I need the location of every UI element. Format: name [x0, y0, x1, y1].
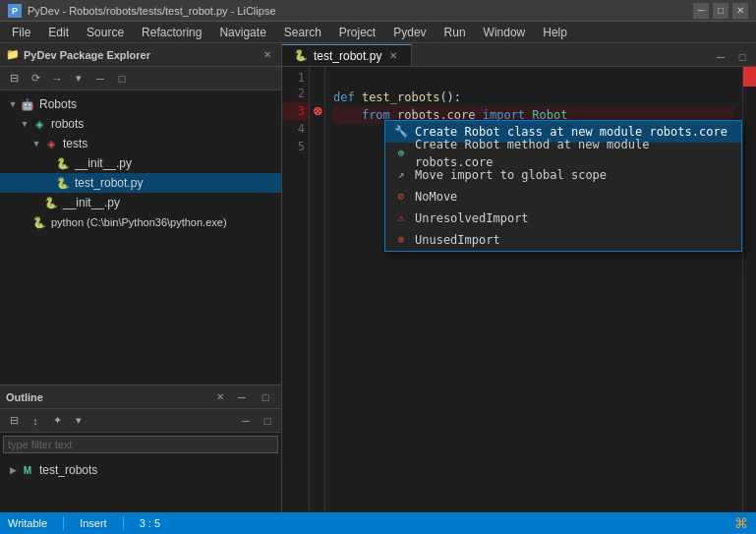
- marker-spacer2: [310, 85, 324, 102]
- marker-spacer: [310, 67, 324, 85]
- package-icon: ◈: [43, 136, 59, 151]
- outline-min-btn[interactable]: ─: [236, 412, 256, 430]
- quickfix-item-nomove[interactable]: ⊘ NoMove: [385, 186, 741, 208]
- outline-filter-input[interactable]: [3, 436, 278, 453]
- expand-arrow: [43, 178, 53, 188]
- outline-panel: Outline ✕ ─ □ ⊟ ↕ ✦ ▾ ─ □ ▶ M test_robot…: [0, 385, 281, 512]
- editor-content[interactable]: 1 2 3 4 5 ⊗ def test_robots():: [282, 67, 756, 512]
- tree-item-init2[interactable]: 🐍 __init__.py: [0, 193, 281, 212]
- error-marker-line3: ⊗: [310, 102, 324, 120]
- editor-minimize-button[interactable]: ─: [711, 48, 730, 66]
- editor-tabs: 🐍 test_robot.py ✕ ─ □: [282, 43, 756, 67]
- python-file-icon: 🐍: [55, 175, 71, 191]
- error-markers: ⊗: [310, 67, 325, 512]
- sync-button[interactable]: ⟳: [26, 70, 45, 88]
- menu-refactoring[interactable]: Refactoring: [134, 22, 209, 43]
- quickfix-icon-nomove: ⊘: [393, 189, 409, 205]
- outline-tool1[interactable]: ⊟: [4, 412, 24, 430]
- outline-toolbar: ⊟ ↕ ✦ ▾ ─ □: [0, 409, 281, 433]
- tab-icon: 🐍: [294, 49, 308, 62]
- python-file-icon: 🐍: [55, 155, 71, 171]
- window-controls: ─ □ ✕: [693, 3, 748, 19]
- python-icon: 🐍: [31, 214, 47, 230]
- menu-navigate[interactable]: Navigate: [211, 22, 273, 43]
- quickfix-label: Move import to global scope: [415, 166, 607, 184]
- keyword-def: def: [333, 89, 362, 106]
- window-title: PyDev - Robots/robots/tests/test_robot.p…: [28, 5, 276, 17]
- quickfix-item-unresolved[interactable]: ⚠ UnresolvedImport: [385, 208, 741, 229]
- outline-close-icon[interactable]: ✕: [212, 389, 228, 405]
- menu-pydev[interactable]: Pydev: [385, 22, 434, 43]
- app-icon: P: [8, 4, 22, 18]
- line-num-5: 5: [282, 138, 309, 155]
- menu-window[interactable]: Window: [476, 22, 534, 43]
- maximize-button[interactable]: □: [713, 3, 728, 19]
- status-position: 3 : 5: [140, 517, 160, 529]
- main-container: 📁 PyDev Package Explorer ✕ ⊟ ⟳ → ▾ ─ □ ▼…: [0, 43, 756, 512]
- editor-maximize-button[interactable]: □: [732, 48, 752, 66]
- status-mode: Insert: [80, 517, 107, 529]
- status-divider-2: [123, 516, 124, 530]
- tree-item-python[interactable]: 🐍 python (C:\bin\Python36\python.exe): [0, 212, 281, 232]
- line-num-4: 4: [282, 120, 309, 138]
- quickfix-item-unused[interactable]: ⊗ UnusedImport: [385, 229, 741, 251]
- gutter: 1 2 3 4 5: [282, 67, 310, 512]
- menu-edit[interactable]: Edit: [40, 22, 77, 43]
- tree-item-label: tests: [63, 137, 87, 150]
- close-button[interactable]: ✕: [732, 3, 748, 19]
- expand-arrow: ▼: [31, 139, 41, 148]
- quickfix-item-create-method[interactable]: ⊕ Create Robot method at new module robo…: [385, 143, 741, 164]
- minimize-panel-button[interactable]: ─: [90, 70, 110, 88]
- tree-item-tests[interactable]: ▼ ◈ tests: [0, 134, 281, 153]
- tree-item-label: python (C:\bin\Python36\python.exe): [51, 216, 227, 228]
- tab-close-icon[interactable]: ✕: [387, 50, 399, 62]
- collapse-all-button[interactable]: ⊟: [4, 70, 24, 88]
- rss-icon: ⌘: [734, 515, 748, 531]
- tab-label: test_robot.py: [314, 49, 381, 63]
- writable-label: Writable: [8, 517, 47, 529]
- line-num-1: 1: [282, 67, 309, 85]
- quickfix-icon-create-class: 🔧: [393, 124, 409, 140]
- tree-item-test-robot[interactable]: 🐍 test_robot.py: [0, 173, 281, 193]
- outline-max-btn[interactable]: □: [258, 412, 277, 430]
- scrollbar-thumb: [743, 67, 756, 87]
- quickfix-label: UnusedImport: [415, 231, 500, 249]
- menu-button[interactable]: ▾: [69, 70, 88, 88]
- code-editor[interactable]: def test_robots(): from robots.core impo…: [325, 67, 742, 512]
- menu-help[interactable]: Help: [535, 22, 575, 43]
- menu-run[interactable]: Run: [436, 22, 474, 43]
- menu-search[interactable]: Search: [276, 22, 329, 43]
- outline-tool2[interactable]: ↕: [26, 412, 45, 430]
- editor-panel: 🐍 test_robot.py ✕ ─ □ 1 2 3 4 5: [282, 43, 756, 512]
- tree-item-robots[interactable]: ▼ 🤖 Robots: [0, 94, 281, 114]
- tree-item-label: Robots: [39, 97, 77, 111]
- status-divider-1: [63, 516, 64, 530]
- menu-project[interactable]: Project: [331, 22, 383, 43]
- expand-arrow: ▶: [8, 465, 18, 475]
- outline-tool3[interactable]: ✦: [47, 412, 67, 430]
- tree-item-label: __init__.py: [63, 196, 120, 209]
- editor-scrollbar[interactable]: [742, 67, 756, 512]
- expand-arrow: ▼: [20, 119, 29, 129]
- tree-item-label: robots: [51, 117, 84, 131]
- minimize-button[interactable]: ─: [693, 3, 709, 19]
- outline-item-test-robots[interactable]: ▶ M test_robots: [0, 460, 281, 480]
- tree-item-init1[interactable]: 🐍 __init__.py: [0, 153, 281, 173]
- tab-test-robot[interactable]: 🐍 test_robot.py ✕: [282, 44, 412, 66]
- outline-title: Outline: [6, 391, 208, 403]
- outline-tool4[interactable]: ▾: [69, 412, 88, 430]
- left-panel: 📁 PyDev Package Explorer ✕ ⊟ ⟳ → ▾ ─ □ ▼…: [0, 43, 282, 512]
- outline-tree: ▶ M test_robots: [0, 456, 281, 512]
- tree-item-robots-pkg[interactable]: ▼ ◈ robots: [0, 114, 281, 134]
- outline-minimize-button[interactable]: ─: [232, 388, 252, 406]
- code-line-2: def test_robots():: [333, 89, 734, 106]
- quickfix-icon-unresolved: ⚠: [393, 210, 409, 226]
- explorer-close-icon[interactable]: ✕: [260, 47, 275, 63]
- menu-file[interactable]: File: [4, 22, 38, 43]
- menu-source[interactable]: Source: [79, 22, 132, 43]
- outline-maximize-button[interactable]: □: [256, 388, 275, 406]
- explorer-toolbar: ⊟ ⟳ → ▾ ─ □: [0, 67, 281, 90]
- forward-button[interactable]: →: [47, 70, 67, 88]
- explorer-tree: ▼ 🤖 Robots ▼ ◈ robots ▼ ◈ tests 🐍 __init…: [0, 90, 281, 385]
- maximize-panel-button[interactable]: □: [112, 70, 132, 88]
